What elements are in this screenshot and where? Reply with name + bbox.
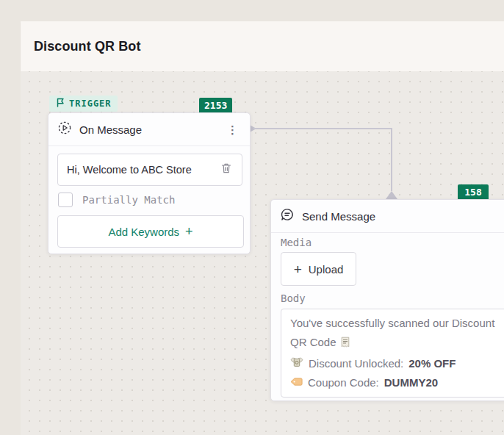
money-with-wings-emoji-icon: [290, 354, 303, 373]
discount-value: 20% OFF: [408, 354, 456, 373]
partial-match-row: Partially Match: [58, 193, 175, 207]
label-tag-emoji-icon: [290, 373, 303, 392]
speech-bubble-icon: [280, 207, 295, 225]
on-message-node[interactable]: On Message ⋮ Hi, Welcome to ABC Store Pa…: [48, 112, 251, 254]
connector-line-horizontal: [253, 128, 392, 129]
discount-line: Discount Unlocked: 20% OFF: [290, 354, 504, 373]
page-title: Discount QR Bot: [34, 39, 141, 54]
send-message-node-header[interactable]: Send Message: [271, 200, 504, 233]
body-field-label: Body: [281, 292, 306, 304]
media-field-label: Media: [281, 237, 312, 248]
flow-header: Discount QR Bot: [21, 21, 504, 71]
trigger-tag-label: TRIGGER: [69, 98, 112, 109]
add-keywords-button[interactable]: Add Keywords +: [57, 215, 244, 248]
on-message-trigger-icon: [57, 121, 72, 138]
plus-icon: +: [185, 225, 193, 238]
coupon-label: Coupon Code:: [308, 373, 379, 392]
plus-icon: +: [294, 262, 302, 276]
on-message-node-title: On Message: [79, 123, 217, 136]
keyword-text[interactable]: Hi, Welcome to ABC Store: [67, 164, 220, 176]
flow-canvas[interactable]: TRIGGER 2153 158 On Message ⋮ Hi, Welcom…: [21, 71, 504, 435]
trash-icon[interactable]: [220, 162, 233, 178]
kebab-menu-icon[interactable]: ⋮: [224, 123, 241, 137]
send-count-badge: 158: [458, 184, 489, 199]
flag-icon: [55, 98, 65, 109]
upload-button-label: Upload: [309, 263, 344, 276]
send-message-node-title: Send Message: [302, 210, 504, 223]
flow-builder-stage: Discount QR Bot TRIGGER 2153 158: [0, 0, 504, 435]
keyword-chip: Hi, Welcome to ABC Store: [57, 154, 242, 186]
body-intro-text: You've successfully scanned our Discount…: [290, 317, 494, 348]
coupon-line: Coupon Code: DUMMY20: [290, 373, 504, 392]
connector-line-vertical: [391, 128, 392, 191]
partial-match-label: Partially Match: [82, 194, 175, 206]
add-keywords-label: Add Keywords: [108, 226, 179, 238]
discount-label: Discount Unlocked:: [309, 354, 403, 373]
receipt-emoji-icon: [339, 335, 351, 354]
partial-match-checkbox[interactable]: [58, 193, 73, 207]
trigger-tag: TRIGGER: [49, 96, 118, 112]
send-message-node[interactable]: Send Message Media + Upload Body You've …: [270, 199, 504, 401]
upload-button[interactable]: + Upload: [281, 252, 356, 286]
trigger-count-badge: 2153: [199, 98, 232, 112]
coupon-value: DUMMY20: [384, 373, 438, 392]
body-textarea[interactable]: You've successfully scanned our Discount…: [281, 309, 504, 398]
connector-arrow-in-icon: [386, 191, 397, 199]
on-message-node-header[interactable]: On Message ⋮: [48, 113, 250, 146]
